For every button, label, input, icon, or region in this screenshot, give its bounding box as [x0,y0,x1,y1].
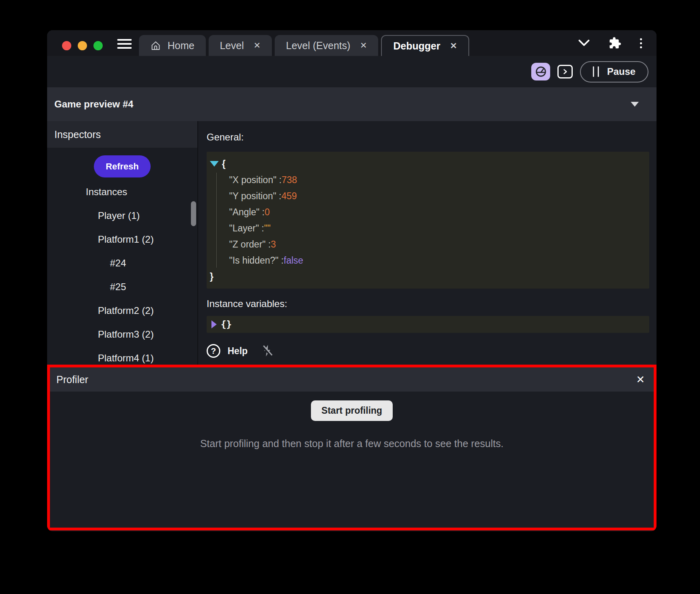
chevron-down-icon[interactable] [578,39,590,47]
game-preview-selector[interactable]: Game preview #4 [47,87,657,121]
instance-variables-value: {} [221,319,232,330]
expander-open-icon[interactable] [210,161,219,167]
json-open-brace: { [222,159,226,169]
json-key: "Is hidden?" : [229,255,284,266]
json-value: "" [264,223,271,234]
inspector-tree-item[interactable]: Player (1) [47,204,197,227]
general-json-viewer: {"X position" : 738"Y position" : 459"An… [207,152,649,289]
help-button[interactable]: ? Help [207,344,248,358]
menu-icon[interactable] [117,39,132,49]
debugger-content: Inspectors Refresh InstancesPlayer (1)Pl… [47,121,657,365]
json-value: 738 [282,175,297,186]
pause-icon [593,66,599,77]
traffic-lights [62,41,103,50]
tab-label: Level [220,40,244,52]
json-line: } [210,268,643,285]
json-line: "Y position" : 459 [210,188,643,204]
profiler-title: Profiler [56,374,88,386]
question-mark-icon: ? [207,344,220,358]
tab-label: Debugger [393,40,440,52]
start-profiling-button[interactable]: Start profiling [311,400,393,421]
more-options-kebab-icon[interactable] [640,38,642,48]
help-button-label: Help [228,346,248,357]
instance-variables-viewer: {} [207,316,649,333]
refresh-button[interactable]: Refresh [94,155,151,177]
json-key: "X position" : [229,175,282,186]
expander-collapsed-icon[interactable] [211,320,217,328]
debugger-toolbar: Pause [47,56,657,87]
inspectors-header: Inspectors [47,121,197,148]
profiler-close-button[interactable]: ✕ [636,374,645,385]
home-icon [150,40,161,51]
game-preview-title: Game preview #4 [54,99,133,110]
inspector-tree-item[interactable]: Platform3 (2) [47,322,197,346]
maximize-window-button[interactable] [93,41,103,50]
json-indent-guide [216,173,217,268]
inspector-tree-item[interactable]: Platform2 (2) [47,299,197,322]
inspector-tree-item[interactable]: Platform1 (2) [47,227,197,251]
titlebar-actions [578,37,657,50]
desktop-background: HomeLevel✕Level (Events)✕Debugger✕ [0,0,700,594]
tab-close-icon[interactable]: ✕ [360,41,367,50]
json-value: 459 [282,191,297,202]
inspector-panel: General: {"X position" : 738"Y position"… [198,121,657,365]
dropdown-caret-icon [631,102,639,107]
json-line: "X position" : 738 [210,172,643,188]
tab-close-icon[interactable]: ✕ [253,41,261,50]
tab-level-events[interactable]: Level (Events)✕ [275,35,378,56]
json-key: "Angle" : [229,207,265,218]
profiler-toggle-button[interactable] [531,63,550,80]
help-row: ? Help [207,344,649,358]
inspector-tree-item[interactable]: #24 [47,251,197,275]
json-line: "Layer" : "" [210,220,643,236]
tab-bar: HomeLevel✕Level (Events)✕Debugger✕ [139,35,469,56]
inspectors-sidebar: Inspectors Refresh InstancesPlayer (1)Pl… [47,121,197,365]
inspector-tree-item[interactable]: Platform4 (1) [47,346,197,365]
flash-off-icon[interactable] [261,344,273,358]
minimize-window-button[interactable] [78,41,87,50]
tab-label: Level (Events) [286,40,350,52]
chevron-right-icon [561,68,569,76]
tab-debugger[interactable]: Debugger✕ [381,35,469,56]
gauge-icon [535,66,547,78]
json-line: "Is hidden?" : false [210,252,643,268]
tab-label: Home [168,40,195,52]
profiler-body: Start profiling Start profiling and then… [50,392,654,528]
json-line: { [210,156,643,172]
json-value: 3 [271,239,276,250]
json-key: "Y position" : [229,191,282,202]
json-line: "Angle" : 0 [210,204,643,220]
tab-home[interactable]: Home [139,35,206,56]
tab-close-icon[interactable]: ✕ [450,41,457,51]
titlebar: HomeLevel✕Level (Events)✕Debugger✕ [47,30,657,56]
close-window-button[interactable] [62,41,71,50]
sidebar-scrollbar-thumb[interactable] [191,201,196,226]
extensions-puzzle-icon[interactable] [609,37,621,50]
json-key: "Layer" : [229,223,264,234]
profiler-header: Profiler ✕ [50,367,654,392]
json-value: 0 [265,207,270,218]
profiler-panel: Profiler ✕ Start profiling Start profili… [47,365,657,530]
inspector-tree: InstancesPlayer (1)Platform1 (2)#24#25Pl… [47,180,197,365]
inspector-tree-item[interactable]: #25 [47,275,197,299]
json-line: "Z order" : 3 [210,236,643,252]
profiler-message: Start profiling and then stop it after a… [200,438,503,450]
app-window: HomeLevel✕Level (Events)✕Debugger✕ [47,30,657,531]
json-key: "Z order" : [229,239,271,250]
instance-variables-label: Instance variables: [207,298,649,309]
pause-button-label: Pause [607,66,636,77]
tab-level[interactable]: Level✕ [209,35,272,56]
json-close-brace: } [210,271,213,282]
inspector-tree-item[interactable]: Instances [47,180,197,204]
console-button[interactable] [557,65,573,78]
json-value: false [284,255,303,266]
general-section-label: General: [207,132,649,143]
pause-button[interactable]: Pause [580,61,648,82]
